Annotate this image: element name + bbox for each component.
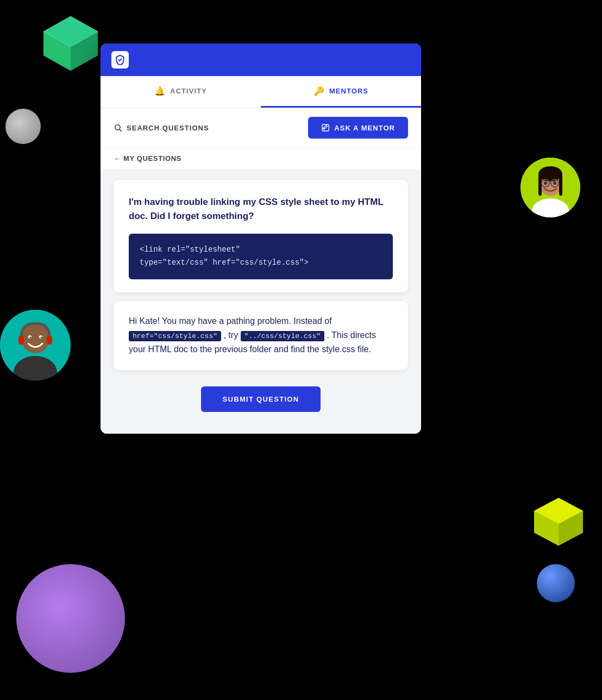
code-block: <link rel="stylesheet" type="text/css" h… xyxy=(129,234,393,279)
ask-mentor-button[interactable]: ASK A MENTOR xyxy=(308,117,408,139)
submit-question-button[interactable]: SUBMIT QUESTION xyxy=(201,386,321,412)
svg-point-24 xyxy=(553,182,556,185)
mentors-icon: 🔑 xyxy=(313,86,325,96)
app-toolbar: SEARCH QUESTIONS ASK A MENTOR xyxy=(101,108,421,148)
svg-point-29 xyxy=(115,125,120,130)
svg-rect-18 xyxy=(559,174,562,196)
svg-rect-12 xyxy=(18,336,24,345)
svg-rect-17 xyxy=(538,174,542,196)
edit-icon xyxy=(321,123,330,132)
question-text: I'm having trouble linking my CSS style … xyxy=(129,195,393,223)
tab-mentors-label: MENTORS xyxy=(329,87,368,95)
student-avatar-circle xyxy=(0,310,71,380)
code-line-1: <link rel="stylesheet" xyxy=(140,243,382,257)
answer-code-1: href="css/style.css" xyxy=(129,331,221,341)
app-header xyxy=(101,43,421,76)
answer-code-2: "../css/style.css" xyxy=(241,331,324,341)
svg-line-30 xyxy=(120,129,122,132)
app-navigation: 🔔 ACTIVITY 🔑 MENTORS xyxy=(101,76,421,108)
blue-ball-decoration xyxy=(537,564,575,602)
mentor-avatar-circle xyxy=(521,158,580,217)
question-card: I'm having trouble linking my CSS style … xyxy=(114,180,408,292)
ask-mentor-label: ASK A MENTOR xyxy=(334,124,395,132)
answer-intro: Hi Kate! You may have a pathing problem.… xyxy=(129,316,332,326)
code-line-2: type="text/css" href="css/style.css"> xyxy=(140,257,382,270)
answer-mid: , try xyxy=(221,330,241,340)
tab-activity[interactable]: 🔔 ACTIVITY xyxy=(101,76,261,108)
back-navigation[interactable]: ← MY QUESTIONS xyxy=(101,148,421,169)
svg-point-16 xyxy=(538,166,562,182)
svg-rect-13 xyxy=(47,336,52,345)
activity-icon: 🔔 xyxy=(154,86,166,96)
lime-cube-decoration xyxy=(531,493,586,548)
app-content: I'm having trouble linking my CSS style … xyxy=(101,169,421,434)
app-logo xyxy=(111,51,129,68)
tab-activity-label: ACTIVITY xyxy=(170,87,207,95)
svg-point-11 xyxy=(41,337,42,339)
back-nav-label: ← MY QUESTIONS xyxy=(114,154,181,162)
answer-card: Hi Kate! You may have a pathing problem.… xyxy=(114,301,408,370)
submit-label: SUBMIT QUESTION xyxy=(223,395,299,403)
gray-circle-decoration xyxy=(5,109,41,144)
svg-point-23 xyxy=(544,182,547,185)
tab-mentors[interactable]: 🔑 MENTORS xyxy=(261,76,421,108)
search-questions-button[interactable]: SEARCH QUESTIONS xyxy=(114,123,209,132)
green-cube-decoration xyxy=(38,11,103,76)
submit-wrapper: SUBMIT QUESTION xyxy=(114,381,408,417)
search-questions-label: SEARCH QUESTIONS xyxy=(127,124,209,132)
app-window: 🔔 ACTIVITY 🔑 MENTORS SEARCH QUESTIONS AS… xyxy=(101,43,421,434)
search-icon xyxy=(114,123,122,132)
svg-point-10 xyxy=(30,337,32,339)
purple-circle-decoration xyxy=(16,564,125,673)
